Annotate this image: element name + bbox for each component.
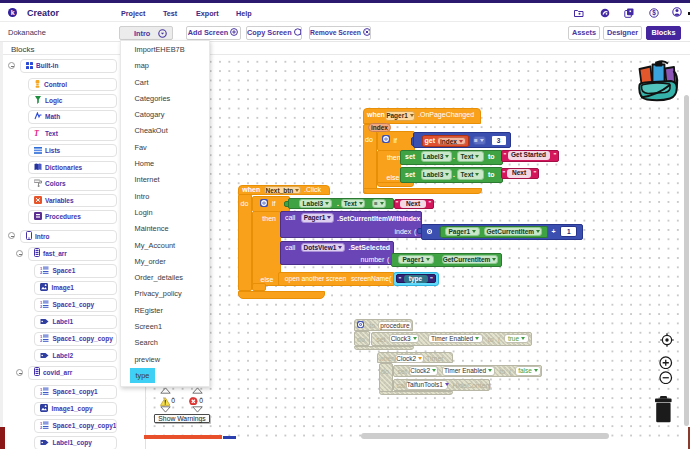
svg-text:2: 2 (40, 425, 43, 429)
svg-text:$: $ (652, 9, 656, 17)
svg-text:2: 2 (40, 270, 43, 274)
svg-text:2: 2 (40, 304, 43, 308)
svg-text:2: 2 (40, 391, 43, 395)
svg-text:2: 2 (40, 338, 43, 342)
svg-text:T: T (34, 129, 40, 137)
